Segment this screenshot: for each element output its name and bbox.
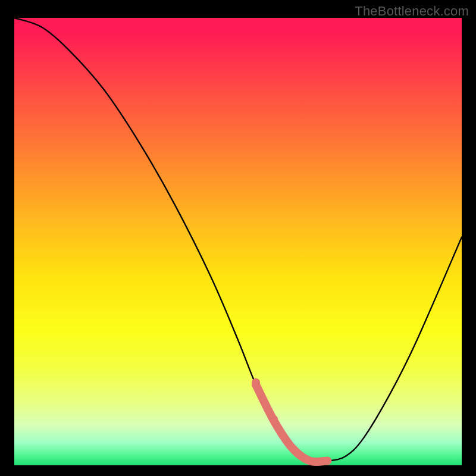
highlight-dot-mid bbox=[270, 415, 278, 424]
bottleneck-curve-path bbox=[14, 18, 462, 462]
curve-layer bbox=[14, 18, 462, 465]
highlight-band-path bbox=[256, 385, 327, 462]
watermark-label: TheBottleneck.com bbox=[355, 4, 469, 19]
plot-area bbox=[14, 18, 462, 465]
chart-stage: TheBottleneck.com bbox=[0, 0, 476, 476]
highlight-dot-left bbox=[252, 378, 260, 387]
